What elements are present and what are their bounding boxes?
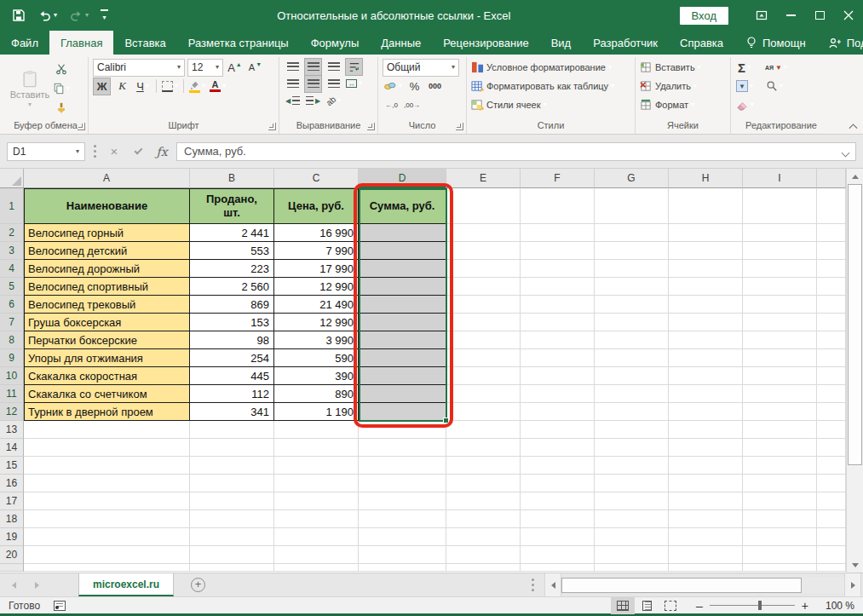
find-select-button[interactable]: ▾ xyxy=(765,78,784,95)
cell-J16[interactable] xyxy=(817,475,846,492)
row-header-21[interactable] xyxy=(0,564,24,572)
cell-J5[interactable] xyxy=(817,278,846,296)
cell-F1[interactable] xyxy=(521,188,595,224)
cell-B3[interactable]: 553 xyxy=(190,242,274,260)
tab-вид[interactable]: Вид xyxy=(540,31,583,55)
insert-cells-button[interactable]: Вставить▾ xyxy=(640,58,726,77)
cell-G16[interactable] xyxy=(595,475,669,492)
cell-I9[interactable] xyxy=(743,349,817,367)
cell-E5[interactable] xyxy=(446,278,521,296)
cell-A13[interactable] xyxy=(24,421,190,439)
cell-B16[interactable] xyxy=(190,475,274,492)
cell-A11[interactable]: Скакалка со счетчиком xyxy=(24,385,190,403)
cell-A8[interactable]: Перчатки боксерские xyxy=(24,331,190,349)
cell-B12[interactable]: 341 xyxy=(190,403,274,421)
cell-D19[interactable] xyxy=(359,528,446,546)
cell-A18[interactable] xyxy=(24,510,190,528)
horizontal-scroll-thumb[interactable] xyxy=(561,578,802,593)
cell-I19[interactable] xyxy=(743,528,817,546)
column-header-e[interactable]: E xyxy=(446,169,521,188)
align-middle-icon[interactable] xyxy=(304,58,322,76)
cell-J13[interactable] xyxy=(817,421,846,439)
cell-E21[interactable] xyxy=(446,564,521,572)
cell-I5[interactable] xyxy=(743,278,817,296)
cell-C16[interactable] xyxy=(274,475,359,492)
column-header-d[interactable]: D xyxy=(359,169,446,188)
row-header-17[interactable]: 17 xyxy=(0,492,24,510)
row-header-9[interactable]: 9 xyxy=(0,349,24,367)
paste-button[interactable]: Вставить ▾ xyxy=(8,58,52,119)
cell-G10[interactable] xyxy=(595,367,669,385)
row-header-16[interactable]: 16 xyxy=(0,475,24,492)
cell-G1[interactable] xyxy=(595,188,669,224)
cell-A14[interactable] xyxy=(24,439,190,457)
zoom-slider-thumb[interactable] xyxy=(758,601,762,610)
cell-E4[interactable] xyxy=(446,260,521,278)
cell-F15[interactable] xyxy=(521,457,595,475)
fill-color-icon[interactable]: ▾ xyxy=(188,78,206,95)
cell-E3[interactable] xyxy=(446,242,521,260)
cell-J7[interactable] xyxy=(817,314,846,331)
cell-A2[interactable]: Велосипед горный xyxy=(24,224,190,242)
select-all-corner[interactable] xyxy=(0,169,24,188)
scroll-right-icon[interactable] xyxy=(844,573,861,596)
row-header-18[interactable]: 18 xyxy=(0,510,24,528)
cell-A6[interactable]: Велосипед трековый xyxy=(24,296,190,314)
sort-filter-button[interactable]: АЯ ▼▾ xyxy=(764,59,788,77)
cell-E10[interactable] xyxy=(446,367,521,385)
cell-C14[interactable] xyxy=(274,439,359,457)
cell-I10[interactable] xyxy=(743,367,817,385)
cell-I11[interactable] xyxy=(743,385,817,403)
vertical-scroll-thumb[interactable] xyxy=(848,184,862,465)
percent-style-icon[interactable]: % xyxy=(406,78,423,95)
cell-J1[interactable] xyxy=(817,188,846,224)
cell-J11[interactable] xyxy=(817,385,846,403)
row-header-4[interactable]: 4 xyxy=(0,260,24,278)
cell-C1[interactable]: Цена, руб. xyxy=(274,188,359,224)
cell-E8[interactable] xyxy=(446,331,521,349)
cell-G4[interactable] xyxy=(595,260,669,278)
cell-H1[interactable] xyxy=(669,188,743,224)
zoom-level[interactable]: 100 % xyxy=(817,600,854,612)
cell-D8[interactable] xyxy=(359,331,446,349)
cell-G2[interactable] xyxy=(595,224,669,242)
customize-qat-button[interactable]: ▾ xyxy=(101,9,108,21)
cell-J8[interactable] xyxy=(817,331,846,349)
clipboard-dialog-launcher[interactable] xyxy=(78,123,85,130)
cell-C18[interactable] xyxy=(274,510,359,528)
wrap-text-icon[interactable] xyxy=(345,58,363,76)
column-header-b[interactable]: B xyxy=(190,169,274,188)
cell-D16[interactable] xyxy=(359,475,446,492)
cell-A1[interactable]: Наименование xyxy=(24,188,190,224)
horizontal-scrollbar[interactable] xyxy=(544,573,861,596)
cell-D12[interactable] xyxy=(359,403,446,421)
cell-G12[interactable] xyxy=(595,403,669,421)
cell-A9[interactable]: Упоры для отжимания xyxy=(24,349,190,367)
merge-center-icon[interactable]: ↔▾ xyxy=(345,75,363,93)
cell-E15[interactable] xyxy=(446,457,521,475)
cell-C9[interactable]: 590 xyxy=(274,349,359,367)
cell-C11[interactable]: 890 xyxy=(274,385,359,403)
cell-G21[interactable] xyxy=(595,564,669,572)
cell-I21[interactable] xyxy=(743,564,817,572)
cell-B20[interactable] xyxy=(190,546,274,564)
cell-A4[interactable]: Велосипед дорожный xyxy=(24,260,190,278)
align-right-icon[interactable] xyxy=(325,75,342,93)
cell-styles-button[interactable]: Стили ячеек▾ xyxy=(471,95,630,114)
cell-I20[interactable] xyxy=(743,546,817,564)
cell-B13[interactable] xyxy=(190,421,274,439)
cell-G6[interactable] xyxy=(595,296,669,314)
align-bottom-icon[interactable] xyxy=(325,58,342,76)
cell-E2[interactable] xyxy=(446,224,521,242)
cell-E6[interactable] xyxy=(446,296,521,314)
cell-H19[interactable] xyxy=(669,528,743,546)
cell-G7[interactable] xyxy=(595,314,669,331)
delete-cells-button[interactable]: Удалить▾ xyxy=(640,77,726,95)
next-sheet-icon[interactable] xyxy=(35,582,39,589)
expand-formula-bar-icon[interactable] xyxy=(842,149,850,158)
formula-input[interactable]: Сумма, руб. xyxy=(176,142,856,161)
cell-B11[interactable]: 112 xyxy=(190,385,274,403)
cell-C2[interactable]: 16 990 xyxy=(274,224,359,242)
tab-формулы[interactable]: Формулы xyxy=(300,31,371,55)
cell-D2[interactable] xyxy=(359,224,446,242)
